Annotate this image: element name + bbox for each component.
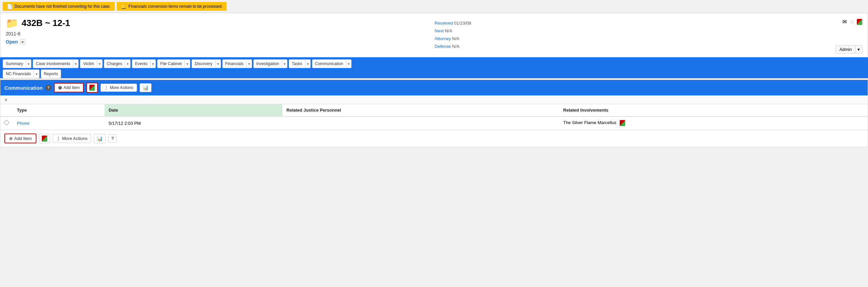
tab-victim[interactable]: Victim ▾ — [80, 59, 102, 68]
chart-button-bottom[interactable]: 📊 — [94, 134, 106, 143]
tab-events-arrow: ▾ — [150, 60, 156, 67]
tab-tasks[interactable]: Tasks ▾ — [289, 59, 311, 68]
col-type: Type — [13, 104, 105, 116]
involvement-doc-icon — [618, 120, 625, 125]
case-number: 432B ~ 12-1 — [22, 18, 70, 28]
banner-docs-text: Documents have not finished converting f… — [15, 4, 111, 9]
add-item-button-top[interactable]: ⊕ Add Item — [54, 83, 84, 92]
case-header: 📁 432B ~ 12-1 2011-6 Open ≡ Received 01/… — [0, 13, 868, 57]
more-actions-button-top[interactable]: ⋮ More Actions — [101, 84, 137, 92]
col-radio — [0, 104, 13, 116]
admin-button[interactable]: Admin ▾ — [836, 45, 862, 54]
add-item-label-top: Add Item — [63, 85, 80, 90]
content-area: Communication ? ⊕ Add Item ⋮ More Action… — [0, 80, 868, 147]
next-label: Next — [435, 28, 444, 33]
attorney-label: Attorney — [435, 36, 451, 41]
tab-reports-label: Reports — [41, 70, 61, 78]
tab-communication-arrow: ▾ — [346, 60, 351, 67]
more-actions-icon-bottom: ⋮ — [56, 136, 61, 141]
tab-nc-financials[interactable]: NC Financials ▾ — [3, 69, 39, 78]
red-doc-icon-bottom — [42, 136, 47, 142]
email-icon[interactable]: ✉ — [842, 19, 847, 25]
status-menu-icon[interactable]: ≡ — [20, 39, 25, 45]
row-type-link[interactable]: Phone — [17, 121, 30, 126]
tab-file-cabinet[interactable]: File Cabinet ▾ — [157, 59, 190, 68]
doc-icon-button-bottom[interactable] — [39, 134, 50, 143]
tab-victim-arrow: ▾ — [97, 60, 102, 67]
add-item-label-bottom: Add Item — [14, 136, 32, 141]
tab-communication-label: Communication — [312, 60, 346, 68]
plus-icon-bottom: ⊕ — [9, 136, 13, 141]
tab-events[interactable]: Events ▾ — [132, 59, 156, 68]
case-meta-block: Received 01/23/08 Next N/A Attorney N/A … — [435, 19, 471, 49]
defense-label: Defense — [435, 44, 451, 49]
tab-communication[interactable]: Communication ▾ — [312, 59, 352, 68]
tab-discovery[interactable]: Discovery ▾ — [192, 59, 221, 68]
tab-investigation[interactable]: Investigation ▾ — [253, 59, 287, 68]
bottom-actions-bar: ⊕ Add Item ⋮ More Actions 📊 ? — [0, 130, 868, 147]
status-open-label: Open — [6, 39, 18, 45]
status-color-icon — [857, 19, 862, 25]
case-action-icons: ✉ ☆ — [842, 19, 862, 25]
received-value: 01/23/08 — [454, 21, 471, 26]
col-date: Date — [105, 104, 282, 116]
table-header: Type Date Related Justice Personnel Rela… — [0, 104, 868, 116]
star-icon[interactable]: ☆ — [849, 19, 854, 25]
tab-events-label: Events — [132, 60, 150, 68]
admin-label: Admin — [836, 46, 855, 53]
tab-summary[interactable]: Summary ▾ — [3, 59, 31, 68]
collapse-row[interactable]: ∨ — [0, 95, 868, 104]
defense-value: N/A — [452, 44, 459, 49]
col-involvements: Related Involvements — [559, 104, 868, 116]
case-status-row: Open ≡ — [6, 39, 70, 45]
case-info-left: 📁 432B ~ 12-1 2011-6 Open ≡ — [6, 17, 70, 45]
tab-summary-arrow: ▾ — [26, 60, 31, 67]
row-radio-input[interactable] — [4, 120, 9, 125]
tab-case-involvements-label: Case Involvements — [33, 60, 73, 68]
section-help-icon[interactable]: ? — [45, 85, 51, 91]
tab-case-involvements[interactable]: Case Involvements ▾ — [33, 59, 79, 68]
section-header: Communication ? ⊕ Add Item ⋮ More Action… — [0, 80, 868, 95]
row-date-cell: 5/17/12 2:03 PM — [105, 116, 282, 130]
tab-charges[interactable]: Charges ▾ — [104, 59, 131, 68]
tab-discovery-label: Discovery — [192, 60, 215, 68]
banner-financials-text: Financials conversion items remain to be… — [129, 4, 223, 9]
chart-icon-top: 📊 — [143, 85, 148, 90]
tab-charges-arrow: ▾ — [125, 60, 130, 67]
nav-row-2: NC Financials ▾ Reports — [3, 69, 865, 78]
next-value: N/A — [445, 28, 452, 33]
row-radio-cell[interactable] — [0, 116, 13, 130]
tab-case-involvements-arrow: ▾ — [73, 60, 78, 67]
case-header-right: ✉ ☆ Admin ▾ — [836, 17, 862, 54]
chart-button-top[interactable]: 📊 — [140, 83, 151, 92]
red-doc-icon-top — [89, 85, 95, 91]
tab-investigation-arrow: ▾ — [282, 60, 287, 67]
tab-charges-label: Charges — [104, 60, 125, 68]
more-actions-button-bottom[interactable]: ⋮ More Actions — [53, 134, 91, 143]
banner-docs: 📄 Documents have not finished converting… — [3, 2, 115, 11]
banner-financials: 🔔 Financials conversion items remain to … — [117, 2, 227, 11]
case-title-row: 📁 432B ~ 12-1 — [6, 17, 70, 29]
col-justice: Related Justice Personnel — [282, 104, 559, 116]
case-meta-next: Next N/A — [435, 28, 471, 33]
tab-financials[interactable]: Financials ▾ — [222, 59, 252, 68]
row-type-cell: Phone — [13, 116, 105, 130]
received-label: Received — [435, 21, 453, 26]
help-button-bottom[interactable]: ? — [108, 134, 117, 143]
tab-nc-financials-label: NC Financials — [3, 70, 34, 78]
navigation-area: Summary ▾ Case Involvements ▾ Victim ▾ C… — [0, 57, 868, 78]
row-justice-cell — [282, 116, 559, 130]
banner-financials-icon: 🔔 — [121, 4, 127, 9]
tab-discovery-arrow: ▾ — [215, 60, 221, 67]
add-item-button-bottom[interactable]: ⊕ Add Item — [4, 134, 36, 143]
plus-icon-top: ⊕ — [58, 85, 62, 90]
admin-arrow-icon: ▾ — [855, 46, 862, 53]
attorney-value: N/A — [452, 36, 459, 41]
tab-reports[interactable]: Reports — [41, 69, 61, 78]
doc-icon-button-top[interactable] — [86, 83, 98, 93]
tab-tasks-label: Tasks — [289, 60, 305, 68]
tab-nc-financials-arrow: ▾ — [34, 70, 39, 78]
tab-file-cabinet-arrow: ▾ — [185, 60, 190, 67]
tab-tasks-arrow: ▾ — [305, 60, 310, 67]
more-actions-icon-top: ⋮ — [104, 85, 108, 90]
